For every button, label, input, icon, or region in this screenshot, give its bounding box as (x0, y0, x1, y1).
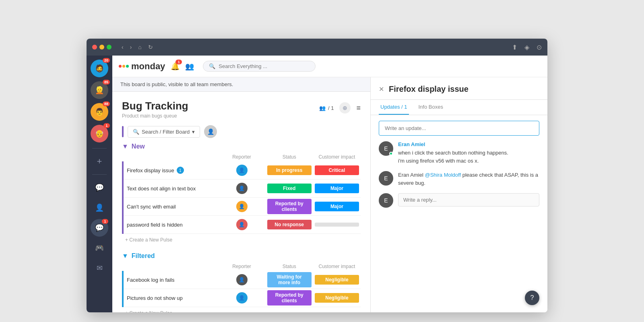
member-count-button[interactable]: 👥 / 1 (319, 105, 334, 111)
group-new: ▼ New Reporter Status Customer impact (122, 143, 361, 246)
back-button[interactable]: ‹ (120, 43, 126, 51)
create-pulse-filtered[interactable]: + Create a New Pulse (122, 307, 361, 312)
status-chip[interactable]: Reported by clients (267, 199, 312, 214)
impact-chip[interactable]: Negligible (315, 293, 359, 303)
minimize-traffic-light[interactable] (99, 45, 104, 50)
group-new-title: New (132, 143, 145, 150)
sidebar-avatar-4[interactable]: 👴 1 (91, 125, 108, 142)
reporter-avatar: 👤 (236, 201, 248, 212)
impact-chip[interactable] (315, 223, 359, 227)
status-chip[interactable]: Reported by clients (267, 290, 312, 305)
status-chip[interactable]: Waiting for more info (267, 272, 312, 287)
sidebar-avatar-3[interactable]: 👨 88 (91, 103, 108, 121)
group-filtered-arrow[interactable]: ▼ (122, 252, 128, 260)
update-input[interactable] (379, 121, 539, 136)
maximize-traffic-light[interactable] (107, 45, 111, 50)
chevron-down-icon: ▾ (192, 129, 195, 135)
badge-2: 85 (103, 80, 110, 85)
search-bar[interactable]: 🔍 (203, 61, 316, 72)
comment-main-content: Eran Amiel when i click the search butto… (398, 141, 539, 165)
chat-badge: 1 (102, 219, 108, 224)
members-icon: 👥 (319, 105, 326, 111)
pulse-name[interactable]: Can't sync with email (127, 204, 215, 210)
sidebar-avatar-1[interactable]: 🧔 20 (91, 60, 108, 77)
logo-text: monday (131, 61, 165, 72)
impact-chip[interactable]: Negligible (315, 275, 359, 285)
reply-mention: @Shira Moldoff (425, 172, 461, 178)
reporter-avatar: 👤 (236, 219, 248, 230)
history-icon[interactable]: ⊙ (537, 43, 542, 51)
tab-updates[interactable]: Updates / 1 (379, 100, 409, 115)
table-row[interactable]: password field is hidden👤No response (123, 216, 361, 234)
group-new-header: ▼ New (122, 143, 361, 150)
group-filtered: ▼ Filtered Reporter Status Customer impa… (122, 252, 361, 312)
chat-icon: 💬 (95, 223, 104, 232)
col-reporter: Reporter (218, 153, 265, 161)
pulse-name[interactable]: password field is hidden (127, 222, 215, 228)
status-chip[interactable]: Fixed (267, 184, 312, 193)
help-fab[interactable]: ? (525, 291, 539, 305)
board-area: This board is public, visible to all tea… (112, 77, 370, 312)
mail-button[interactable]: ✉ (91, 259, 108, 277)
col-impact-f: Customer impact (313, 262, 361, 271)
refresh-button[interactable]: ↻ (146, 43, 155, 51)
table-row[interactable]: Firefox display issue1👤In progressCritic… (123, 161, 361, 180)
plus-icon: + (97, 156, 102, 167)
right-panel: ✕ Firefox display issue Updates / 1 Info… (370, 77, 547, 312)
table-row[interactable]: Pictures do not show up👤Reported by clie… (123, 289, 361, 307)
add-workspace-button[interactable]: + (91, 153, 108, 170)
impact-chip[interactable]: Major (315, 184, 359, 193)
toolbar-row: 🔍 Search / Filter Board ▾ 👤 (112, 123, 370, 143)
comment-reply-block: E Eran Amiel @Shira Moldoff please check… (379, 171, 539, 187)
pulse-name[interactable]: Firefox display issue1 (127, 167, 215, 174)
activity-button[interactable]: ⊕ (339, 102, 351, 114)
close-traffic-light[interactable] (92, 45, 97, 50)
search-filter-icon: 🔍 (133, 129, 139, 135)
share-icon[interactable]: ⬆ (512, 43, 517, 51)
chat-button[interactable]: 💬 1 (91, 219, 108, 237)
search-input[interactable] (219, 63, 310, 69)
status-chip[interactable]: In progress (267, 165, 312, 175)
badge-1: 20 (103, 58, 110, 63)
pulse-name[interactable]: Pictures do not show up (127, 295, 215, 301)
person-filter-button[interactable]: 👤 (204, 125, 217, 138)
filter-label: Search / Filter Board (142, 129, 190, 135)
main-area: monday 🔔 1 👥 🔍 (112, 56, 547, 312)
forward-button[interactable]: › (128, 43, 134, 51)
team-button[interactable]: 👥 (185, 62, 194, 71)
impact-chip[interactable]: Critical (315, 165, 359, 175)
layers-icon[interactable]: ◈ (524, 43, 529, 51)
whatsapp-button[interactable]: 💬 (91, 179, 108, 196)
table-row[interactable]: Text does not align in text box👤FixedMaj… (123, 180, 361, 198)
notification-badge: 1 (175, 60, 182, 64)
group-new-table: Reporter Status Customer impact Firefox … (122, 153, 361, 234)
filter-button[interactable]: 🔍 Search / Filter Board ▾ (128, 126, 200, 138)
pulse-name[interactable]: Facebook log in fails (127, 277, 215, 283)
notification-button[interactable]: 🔔 1 (171, 62, 180, 71)
logo-dot-orange (122, 65, 125, 68)
menu-icon: ≡ (356, 104, 361, 112)
tab-info-boxes[interactable]: Info Boxes (417, 100, 445, 115)
table-row[interactable]: Can't sync with email👤Reported by client… (123, 198, 361, 216)
reply-input-wrapper (398, 193, 539, 208)
home-button[interactable]: ⌂ (136, 43, 143, 51)
panel-close-button[interactable]: ✕ (379, 85, 384, 93)
reply-input-block: E (379, 193, 539, 208)
group-new-arrow[interactable]: ▼ (122, 143, 128, 150)
board-menu-button[interactable]: ≡ (356, 104, 361, 112)
comment-main-author: Eran Amiel (398, 141, 539, 147)
panel-header: ✕ Firefox display issue (371, 77, 547, 100)
online-indicator (389, 152, 393, 155)
browser-window: ‹ › ⌂ ↻ ⬆ ◈ ⊙ 🧔 20 👱 85 👨 88 (87, 39, 547, 312)
sidebar: 🧔 20 👱 85 👨 88 👴 1 + 💬 👤 (87, 56, 112, 312)
table-row[interactable]: Facebook log in fails👤Waiting for more i… (123, 271, 361, 289)
profile-button[interactable]: 👤 (91, 199, 108, 217)
impact-chip[interactable]: Major (315, 202, 359, 211)
create-pulse-new[interactable]: + Create a New Pulse (122, 234, 361, 246)
status-chip[interactable]: No response (267, 220, 312, 229)
discord-button[interactable]: 🎮 (91, 239, 108, 257)
sidebar-avatar-2[interactable]: 👱 85 (91, 81, 108, 99)
reply-input[interactable] (398, 193, 539, 206)
pulse-name[interactable]: Text does not align in text box (127, 186, 215, 192)
board-subtitle: Product main bugs queue (122, 113, 188, 119)
